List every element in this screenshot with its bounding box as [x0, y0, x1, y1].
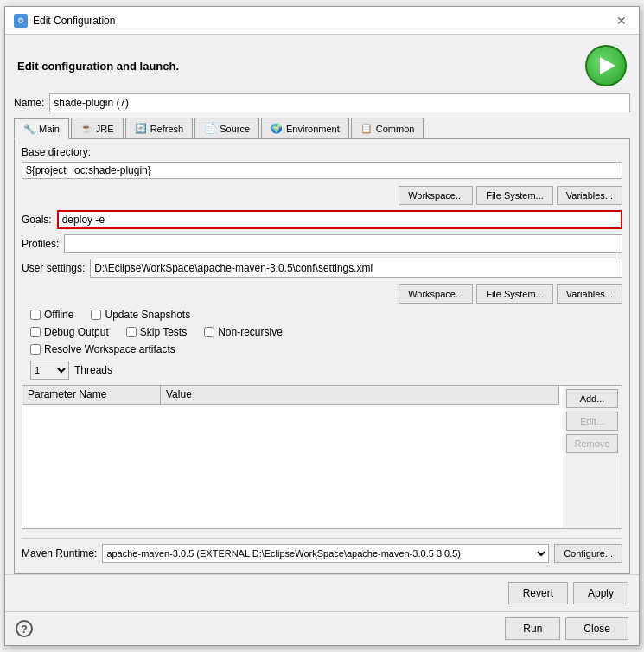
environment-tab-label: Environment — [286, 124, 340, 134]
name-input[interactable] — [49, 93, 630, 112]
checkbox-row-2: Debug Output Skip Tests Non-recursive — [30, 326, 622, 338]
table-side-buttons: Add... Edit... Remove — [563, 386, 622, 528]
common-tab-icon: 📋 — [360, 123, 373, 134]
maven-runtime-row: Maven Runtime: apache-maven-3.0.5 (EXTER… — [22, 538, 622, 566]
profiles-input[interactable] — [64, 234, 622, 253]
user-settings-buttons: Workspace... File System... Variables... — [22, 284, 622, 304]
environment-tab-icon: 🌍 — [271, 123, 283, 134]
apply-button[interactable]: Apply — [573, 582, 628, 604]
refresh-tab-icon: 🔄 — [135, 123, 147, 134]
title-bar: ⚙ Edit Configuration ✕ — [5, 7, 639, 35]
help-icon[interactable]: ? — [16, 620, 33, 637]
header-title: Edit configuration and launch. — [17, 60, 179, 73]
run-close-buttons: Run Close — [505, 617, 628, 640]
offline-checkbox-item[interactable]: Offline — [30, 309, 73, 321]
tab-refresh[interactable]: 🔄 Refresh — [125, 118, 194, 138]
threads-row: 1 2 4 Threads — [30, 361, 622, 380]
base-dir-section: Base directory: — [22, 146, 622, 179]
name-row: Name: — [14, 93, 630, 112]
source-tab-icon: 📄 — [204, 123, 216, 134]
profiles-row: Profiles: — [22, 234, 622, 253]
tab-content-main: Base directory: Workspace... File System… — [14, 139, 630, 574]
update-snapshots-checkbox[interactable] — [91, 310, 101, 320]
tab-source[interactable]: 📄 Source — [194, 118, 259, 138]
debug-output-checkbox[interactable] — [30, 327, 41, 337]
main-tab-label: Main — [39, 124, 60, 134]
tab-common[interactable]: 📋 Common — [351, 118, 424, 138]
base-dir-label: Base directory: — [22, 146, 622, 158]
file-system-button-2[interactable]: File System... — [476, 284, 553, 304]
tabs-bar: 🔧 Main ☕ JRE 🔄 Refresh 📄 Source 🌍 Enviro… — [14, 118, 630, 139]
title-bar-left: ⚙ Edit Configuration — [14, 14, 115, 28]
skip-tests-checkbox[interactable] — [126, 327, 137, 337]
jre-tab-label: JRE — [96, 124, 114, 134]
close-button[interactable]: ✕ — [613, 12, 630, 29]
non-recursive-checkbox[interactable] — [204, 327, 214, 337]
main-tab-icon: 🔧 — [23, 124, 35, 135]
dialog-footer: Revert Apply — [5, 574, 639, 611]
user-settings-row: User settings: — [22, 259, 622, 278]
edit-button[interactable]: Edit... — [566, 412, 618, 431]
refresh-tab-label: Refresh — [150, 124, 184, 134]
debug-output-label: Debug Output — [44, 326, 109, 338]
configure-button[interactable]: Configure... — [554, 544, 622, 563]
close-dialog-button[interactable]: Close — [565, 617, 628, 640]
run-button[interactable]: Run — [505, 617, 560, 640]
parameter-table: Parameter Name Value — [22, 386, 559, 528]
resolve-workspace-label: Resolve Workspace artifacts — [44, 343, 175, 355]
update-snapshots-label: Update Snapshots — [105, 309, 190, 321]
tab-environment[interactable]: 🌍 Environment — [261, 118, 349, 138]
threads-select[interactable]: 1 2 4 — [30, 361, 69, 380]
remove-button[interactable]: Remove — [566, 434, 618, 453]
non-recursive-checkbox-item[interactable]: Non-recursive — [204, 326, 283, 338]
play-icon — [600, 57, 615, 74]
parameter-table-container: Parameter Name Value Add... Edit... Remo… — [22, 385, 622, 529]
jre-tab-icon: ☕ — [80, 123, 92, 134]
non-recursive-label: Non-recursive — [218, 326, 283, 338]
user-settings-input[interactable] — [90, 259, 622, 278]
name-label: Name: — [14, 97, 44, 109]
checkbox-row-3: Resolve Workspace artifacts — [30, 343, 622, 355]
workspace-button-1[interactable]: Workspace... — [399, 186, 473, 205]
revert-button[interactable]: Revert — [508, 582, 568, 604]
dialog-header: Edit configuration and launch. — [5, 35, 639, 93]
goals-label: Goals: — [22, 214, 52, 226]
source-tab-label: Source — [220, 124, 250, 134]
user-settings-label: User settings: — [22, 262, 85, 274]
maven-runtime-label: Maven Runtime: — [22, 547, 97, 559]
base-dir-buttons: Workspace... File System... Variables... — [22, 186, 622, 205]
dialog-icon: ⚙ — [14, 14, 28, 28]
update-snapshots-checkbox-item[interactable]: Update Snapshots — [91, 309, 190, 321]
variables-button-2[interactable]: Variables... — [557, 284, 622, 304]
debug-output-checkbox-item[interactable]: Debug Output — [30, 326, 109, 338]
variables-button-1[interactable]: Variables... — [557, 186, 622, 205]
table-body — [22, 405, 559, 528]
base-dir-input[interactable] — [22, 162, 622, 179]
tab-main[interactable]: 🔧 Main — [14, 118, 69, 139]
workspace-button-2[interactable]: Workspace... — [399, 284, 473, 304]
maven-runtime-select[interactable]: apache-maven-3.0.5 (EXTERNAL D:\EclipseW… — [102, 544, 549, 563]
skip-tests-checkbox-item[interactable]: Skip Tests — [126, 326, 187, 338]
main-content: Name: 🔧 Main ☕ JRE 🔄 Refresh 📄 Source � — [5, 93, 639, 574]
goals-input[interactable] — [57, 210, 622, 229]
offline-label: Offline — [44, 309, 73, 321]
run-icon-button[interactable] — [585, 45, 627, 86]
bottom-bar: ? Run Close — [5, 611, 639, 645]
threads-label: Threads — [74, 364, 112, 376]
param-value-header: Value — [161, 386, 559, 404]
skip-tests-label: Skip Tests — [140, 326, 187, 338]
goals-row: Goals: — [22, 210, 622, 229]
add-button[interactable]: Add... — [566, 389, 618, 408]
profiles-label: Profiles: — [22, 238, 59, 250]
resolve-workspace-checkbox-item[interactable]: Resolve Workspace artifacts — [30, 343, 175, 355]
table-header: Parameter Name Value — [22, 386, 559, 405]
resolve-workspace-checkbox[interactable] — [30, 344, 41, 355]
offline-checkbox[interactable] — [30, 310, 41, 320]
param-name-header: Parameter Name — [22, 386, 161, 404]
checkbox-row-1: Offline Update Snapshots — [30, 309, 622, 321]
dialog-title: Edit Configuration — [33, 15, 115, 27]
file-system-button-1[interactable]: File System... — [476, 186, 553, 205]
tab-jre[interactable]: ☕ JRE — [71, 118, 124, 138]
edit-configuration-dialog: ⚙ Edit Configuration ✕ Edit configuratio… — [4, 6, 640, 646]
common-tab-label: Common — [376, 124, 415, 134]
